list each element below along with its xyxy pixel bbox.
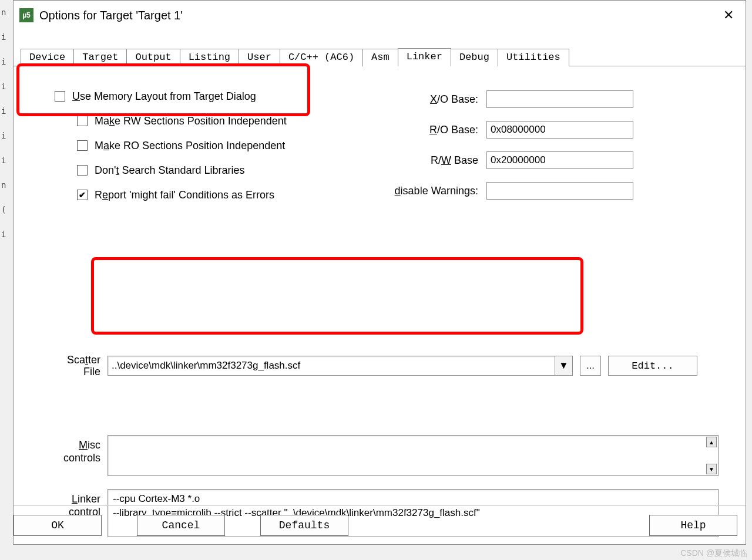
checkbox-use-memory-layout[interactable]: Use Memory Layout from Target Dialog [55,84,354,109]
scatter-file-label: ScatterFile [49,354,108,377]
rw-base-label: R/W Base [372,154,486,167]
rw-base-input[interactable] [486,151,633,169]
ro-base-label: R/O Base: [372,124,486,136]
checkbox-dont-search[interactable]: Don't Search Standard Libraries [55,158,354,183]
checkbox-make-rw[interactable]: Make RW Sections Position Independent [55,109,354,133]
tab-utilities[interactable]: Utilities [498,49,569,66]
options-dialog: µ5 Options for Target 'Target 1' ✕ Devic… [13,0,746,545]
checkbox-label: Use Memory Layout from Target Dialog [72,90,256,103]
tab-output[interactable]: Output [126,49,180,66]
misc-controls-input[interactable]: ▲ ▼ [108,435,719,476]
tab-cpp[interactable]: C/C++ (AC6) [280,49,363,66]
window-title: Options for Target 'Target 1' [39,9,183,22]
checkbox-report-might-fail[interactable]: Report 'might fail' Conditions as Errors [55,183,354,207]
chevron-down-icon[interactable]: ▼ [555,356,572,375]
scatter-file-combo[interactable]: ..\device\mdk\linker\mm32f3273g_flash.sc… [108,356,573,376]
ro-base-input[interactable] [486,121,633,139]
scatter-edit-button[interactable]: Edit... [608,356,697,376]
editor-gutter: niiiiiin(i [0,0,12,560]
checkbox-icon[interactable] [77,140,88,151]
checkbox-label: Make RO Sections Position Independent [95,140,285,152]
cancel-button[interactable]: Cancel [137,515,225,536]
app-icon: µ5 [19,8,33,22]
checkbox-icon[interactable] [77,165,88,176]
linker-panel: Use Memory Layout from Target Dialog Mak… [14,66,746,544]
close-icon[interactable]: ✕ [717,5,740,25]
tab-device[interactable]: Device [21,49,74,66]
tab-target[interactable]: Target [73,49,127,66]
checkbox-icon[interactable] [77,116,88,126]
tab-strip: Device Target Output Listing User C/C++ … [14,30,746,66]
spin-up-icon[interactable]: ▲ [706,437,717,447]
checkbox-label: Don't Search Standard Libraries [95,164,245,177]
checkbox-label: Report 'might fail' Conditions as Errors [95,189,274,201]
misc-controls-label: Misccontrols [49,435,108,476]
tab-listing[interactable]: Listing [180,49,239,66]
tab-user[interactable]: User [239,49,280,66]
ok-button[interactable]: OK [14,515,102,536]
checkbox-label: Make RW Sections Position Independent [95,115,287,127]
titlebar: µ5 Options for Target 'Target 1' ✕ [14,1,746,30]
defaults-button[interactable]: Defaults [260,515,348,536]
xo-base-input[interactable] [486,90,633,108]
spin-down-icon[interactable]: ▼ [706,464,717,474]
tab-debug[interactable]: Debug [451,49,498,66]
xo-base-label: X/O Base: [372,93,486,106]
dialog-button-row: OK Cancel Defaults Help [14,505,746,544]
checkbox-icon[interactable] [55,91,65,102]
checkbox-icon[interactable] [77,190,88,200]
tab-asm[interactable]: Asm [362,49,398,66]
scatter-browse-button[interactable]: ... [580,356,601,376]
watermark: CSDN @夏侯城临 [680,548,747,559]
tab-linker[interactable]: Linker [398,48,451,66]
disable-warnings-input[interactable] [486,182,633,200]
help-button[interactable]: Help [649,515,737,536]
disable-warnings-label: disable Warnings: [372,185,486,197]
checkbox-make-ro[interactable]: Make RO Sections Position Independent [55,133,354,158]
scatter-file-value: ..\device\mdk\linker\mm32f3273g_flash.sc… [112,360,300,372]
